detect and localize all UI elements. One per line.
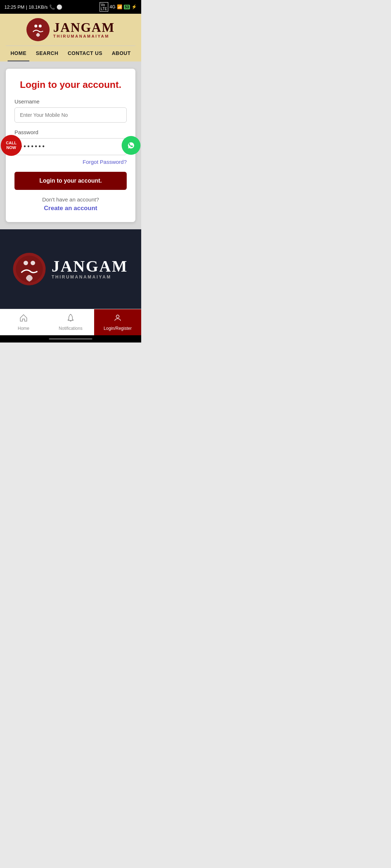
bottom-nav-login-label: Login/Register xyxy=(104,326,131,331)
header: JANGAM THIRUMANAMAIYAM HOME SEARCH CONTA… xyxy=(0,14,141,61)
user-icon xyxy=(113,314,122,324)
volte-icon: VoLTE xyxy=(100,2,108,12)
main-content: CALL NOW Login to your account. Username… xyxy=(0,61,141,229)
whatsapp-button[interactable] xyxy=(122,136,140,155)
logo-subtitle: THIRUMANAMAIYAM xyxy=(53,34,115,38)
charging-icon: ⚡ xyxy=(131,4,137,9)
login-button[interactable]: Login to your account. xyxy=(14,172,127,190)
nav-search[interactable]: SEARCH xyxy=(33,46,61,61)
circle-icon: ⚪ xyxy=(56,4,62,10)
status-bar: 12:25 PM | 18.1KB/s 📞 ⚪ VoLTE 4G 📶 53 ⚡ xyxy=(0,0,141,14)
login-card: CALL NOW Login to your account. Username… xyxy=(6,69,135,222)
signal-icon: 📶 xyxy=(117,4,122,9)
status-right: VoLTE 4G 📶 53 ⚡ xyxy=(100,2,137,12)
footer-logo-icon xyxy=(15,255,44,284)
svg-point-6 xyxy=(31,261,35,265)
logo-title: JANGAM xyxy=(53,21,115,34)
time-display: 12:25 PM xyxy=(4,4,25,10)
network-speed: 18.1KB/s xyxy=(29,4,48,10)
footer-logo-title: JANGAM xyxy=(51,259,128,275)
footer-logo-text: JANGAM THIRUMANAMAIYAM xyxy=(51,259,128,280)
main-nav: HOME SEARCH CONTACT US ABOUT xyxy=(6,46,135,61)
footer-logo: JANGAM THIRUMANAMAIYAM xyxy=(13,253,128,285)
password-label: Password xyxy=(14,129,127,135)
footer-logo-circle xyxy=(13,253,46,285)
bottom-nav-notifications[interactable]: Notifications xyxy=(47,309,94,335)
bottom-nav-home[interactable]: Home xyxy=(0,309,47,335)
separator: | xyxy=(26,4,27,10)
svg-point-5 xyxy=(24,261,28,265)
nav-home[interactable]: HOME xyxy=(8,46,29,61)
bottom-nav-login[interactable]: Login/Register xyxy=(94,309,141,335)
svg-point-7 xyxy=(116,315,119,318)
battery-level: 53 xyxy=(124,5,130,9)
svg-point-1 xyxy=(34,25,37,27)
footer-section: JANGAM THIRUMANAMAIYAM xyxy=(0,229,141,309)
username-input[interactable] xyxy=(14,107,127,123)
bottom-nav-home-label: Home xyxy=(18,326,29,331)
call-now-badge[interactable]: CALL NOW xyxy=(1,135,22,156)
logo-text: JANGAM THIRUMANAMAIYAM xyxy=(53,21,115,38)
forgot-password-container: Forgot Password? xyxy=(14,159,127,165)
username-label: Username xyxy=(14,98,127,105)
login-title: Login to your account. xyxy=(14,79,127,91)
svg-point-2 xyxy=(39,25,42,27)
logo-icon xyxy=(29,21,47,38)
bottom-nav-notifications-label: Notifications xyxy=(59,326,82,331)
footer-logo-subtitle: THIRUMANAMAIYAM xyxy=(51,275,128,280)
no-account-text: Don't have an account? xyxy=(14,196,127,203)
logo-circle xyxy=(26,18,50,41)
status-left: 12:25 PM | 18.1KB/s 📞 ⚪ xyxy=(4,4,62,10)
header-logo: JANGAM THIRUMANAMAIYAM xyxy=(6,18,135,46)
call-now-line2: NOW xyxy=(7,145,16,150)
whatsapp-icon xyxy=(126,140,136,151)
home-indicator xyxy=(0,335,141,342)
nav-contact[interactable]: CONTACT US xyxy=(65,46,105,61)
notifications-icon xyxy=(66,314,75,324)
username-field-group: Username xyxy=(14,98,127,129)
call-now-line1: CALL xyxy=(6,141,16,145)
password-row xyxy=(14,138,127,155)
password-input[interactable] xyxy=(14,138,127,155)
bottom-navigation: Home Notifications Login/Register xyxy=(0,309,141,335)
nav-about[interactable]: ABOUT xyxy=(109,46,134,61)
home-icon xyxy=(19,314,28,324)
forgot-password-link[interactable]: Forgot Password? xyxy=(83,159,127,165)
create-account-link[interactable]: Create an account xyxy=(14,205,127,212)
phone-icon: 📞 xyxy=(49,4,55,10)
network-type: 4G xyxy=(110,4,115,9)
password-field-group: Password xyxy=(14,129,127,155)
home-bar xyxy=(49,338,92,340)
